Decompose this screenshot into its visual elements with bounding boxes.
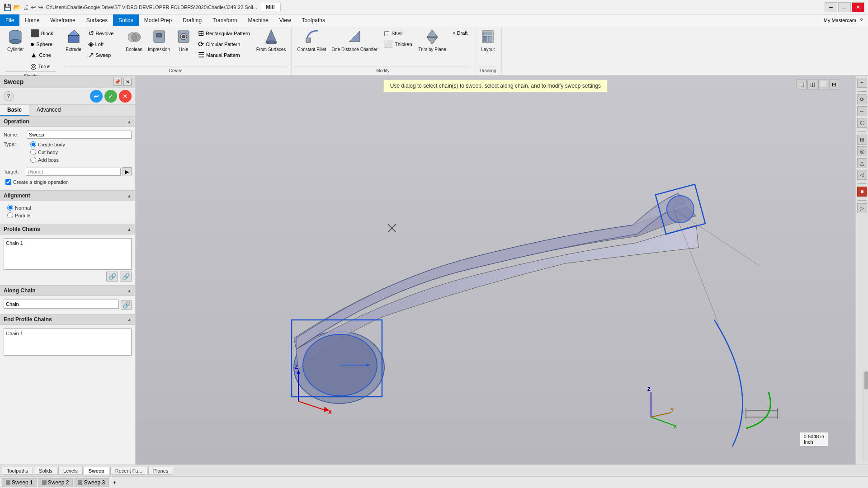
along-chain-input[interactable] <box>4 300 119 309</box>
profile-chain-link1-btn[interactable]: 🔗 <box>106 272 118 282</box>
maximize-btn[interactable]: □ <box>838 2 851 12</box>
svg-text:X: X <box>674 424 677 429</box>
panel-close-btn[interactable]: ✕ <box>123 78 132 86</box>
menu-transform[interactable]: Transform <box>207 14 242 26</box>
ok-btn[interactable]: ✓ <box>104 90 117 103</box>
sweep-ribbon-btn[interactable]: ↗ Sweep <box>85 50 117 60</box>
rt-btn-6[interactable]: △ <box>857 158 867 168</box>
menu-file[interactable]: File <box>0 14 19 26</box>
menu-machine[interactable]: Machine <box>242 14 274 26</box>
rt-btn-2[interactable]: ↔ <box>857 106 867 116</box>
manual-pattern-btn[interactable]: ☰ Manual Pattern <box>195 50 253 60</box>
mill-tab[interactable]: Mill <box>260 3 281 11</box>
draft-btn[interactable]: ◦ Draft <box>450 28 471 38</box>
minimize-btn[interactable]: ─ <box>825 2 837 12</box>
nav-planes[interactable]: Planes <box>148 467 174 475</box>
loft-btn[interactable]: ◈ Loft <box>85 39 117 49</box>
panel-help-btn[interactable]: ? <box>4 91 14 101</box>
tab-basic[interactable]: Basic <box>0 105 29 116</box>
impression-btn[interactable]: Impression <box>146 28 172 53</box>
save-icon[interactable]: 💾 <box>4 4 11 11</box>
menu-surfaces[interactable]: Surfaces <box>81 14 113 26</box>
nav-toolpaths[interactable]: Toolpaths <box>2 467 33 475</box>
shell-btn[interactable]: ◻ Shell <box>381 28 415 38</box>
cut-body-radio[interactable] <box>30 149 36 155</box>
nav-levels[interactable]: Levels <box>58 467 83 475</box>
close-btn[interactable]: ✕ <box>852 2 864 12</box>
panel-pin-btn[interactable]: 📌 <box>113 78 122 86</box>
layout-btn[interactable]: Layout <box>478 28 498 53</box>
cone-btn[interactable]: ▲ Cone <box>28 50 56 60</box>
one-dist-btn[interactable]: One Distance Chamfer <box>330 28 379 53</box>
thicken-btn[interactable]: ⬜ Thicken <box>381 39 415 49</box>
target-input[interactable] <box>26 168 121 176</box>
torus-btn[interactable]: ◎ Torus <box>28 61 56 71</box>
print-icon[interactable]: 🖨 <box>23 4 29 11</box>
sweep-2-tab[interactable]: Sweep 2 <box>38 478 73 487</box>
hole-btn[interactable]: Hole <box>174 28 193 53</box>
profile-chains-section-header[interactable]: Profile Chains ▲ <box>0 224 135 235</box>
undo-icon[interactable]: ↩ <box>31 4 36 11</box>
menu-wireframe[interactable]: Wireframe <box>45 14 80 26</box>
cut-body-label[interactable]: Cut body <box>38 150 58 155</box>
viewport[interactable]: Use dialog to select chain(s) to sweep, … <box>136 76 855 465</box>
my-mastercam-label[interactable]: My Mastercam <box>824 18 856 23</box>
extrude-btn[interactable]: Extrude <box>64 28 84 53</box>
menu-drafting[interactable]: Drafting <box>177 14 207 26</box>
boolean-btn[interactable]: Boolean <box>124 28 144 53</box>
trim-plane-btn[interactable]: Trim by Plane <box>417 28 448 53</box>
menu-model-prep[interactable]: Model Prep <box>139 14 177 26</box>
along-chain-link-btn[interactable]: 🔗 <box>121 300 132 310</box>
sweep-3-label: Sweep 3 <box>84 479 105 486</box>
circ-pattern-btn[interactable]: ⟳ Circular Pattern <box>195 39 253 49</box>
revolve-btn[interactable]: ↺ Revolve <box>85 28 117 38</box>
rt-btn-7[interactable]: ◁ <box>857 170 867 180</box>
sweep-1-tab[interactable]: Sweep 1 <box>2 478 37 487</box>
cylinder-btn[interactable]: Cylinder <box>5 28 26 53</box>
create-body-radio[interactable] <box>30 141 36 147</box>
along-chain-section-header[interactable]: Along Chain ▲ <box>0 285 135 296</box>
parallel-label[interactable]: Parallel <box>15 213 32 218</box>
menu-view[interactable]: View <box>274 14 297 26</box>
menu-solids[interactable]: Solids <box>113 14 139 26</box>
alignment-section-header[interactable]: Alignment ▲ <box>0 190 135 201</box>
menu-home[interactable]: Home <box>19 14 45 26</box>
add-sweep-btn[interactable]: + <box>110 478 119 487</box>
parallel-radio[interactable] <box>7 212 13 218</box>
from-surfaces-btn[interactable]: From Surfaces <box>255 28 288 53</box>
rect-pattern-btn[interactable]: ⊞ Rectangular Pattern <box>195 28 253 38</box>
name-input[interactable] <box>27 131 132 139</box>
target-select-btn[interactable]: ▶ <box>123 167 132 176</box>
profile-chain-link2-btn[interactable]: 🔗 <box>120 272 132 282</box>
single-op-checkbox[interactable] <box>5 179 11 185</box>
nav-solids[interactable]: Solids <box>34 467 57 475</box>
normal-radio[interactable] <box>7 205 13 211</box>
help-icon[interactable]: ? <box>860 18 863 23</box>
open-icon[interactable]: 📂 <box>13 4 21 11</box>
rt-red-btn[interactable]: ■ <box>857 187 867 197</box>
redo-icon[interactable]: ↪ <box>38 4 43 11</box>
rt-btn-8[interactable]: ▷ <box>857 203 867 213</box>
const-fillet-btn[interactable]: Constant Fillet <box>295 28 328 53</box>
single-op-label[interactable]: Create a single operation <box>13 179 69 185</box>
rt-btn-3[interactable]: ⬡ <box>857 118 867 128</box>
end-profile-chains-section-header[interactable]: End Profile Chains ▲ <box>0 314 135 325</box>
cancel-btn[interactable]: ✕ <box>119 90 132 103</box>
normal-label[interactable]: Normal <box>15 205 31 211</box>
rt-btn-1[interactable]: ⟳ <box>857 94 867 104</box>
create-body-label[interactable]: Create body <box>38 142 65 147</box>
block-btn[interactable]: ⬛ Block <box>28 28 56 38</box>
tab-advanced[interactable]: Advanced <box>29 105 68 116</box>
nav-recent-fu[interactable]: Recent Fu... <box>110 467 147 475</box>
sphere-btn[interactable]: ● Sphere <box>28 39 56 49</box>
add-boss-radio[interactable] <box>30 157 36 163</box>
rt-btn-4[interactable]: ⊞ <box>857 135 867 145</box>
zoom-in-btn[interactable]: + <box>857 78 867 88</box>
nav-sweep[interactable]: Sweep <box>84 467 109 474</box>
menu-toolpaths[interactable]: Toolpaths <box>297 14 330 26</box>
add-boss-label[interactable]: Add boss <box>38 157 59 163</box>
apply-btn[interactable]: ↩ <box>90 90 103 103</box>
sweep-3-tab[interactable]: Sweep 3 <box>74 478 109 487</box>
operation-section-header[interactable]: Operation ▲ <box>0 116 135 127</box>
rt-btn-5[interactable]: ◎ <box>857 146 867 156</box>
